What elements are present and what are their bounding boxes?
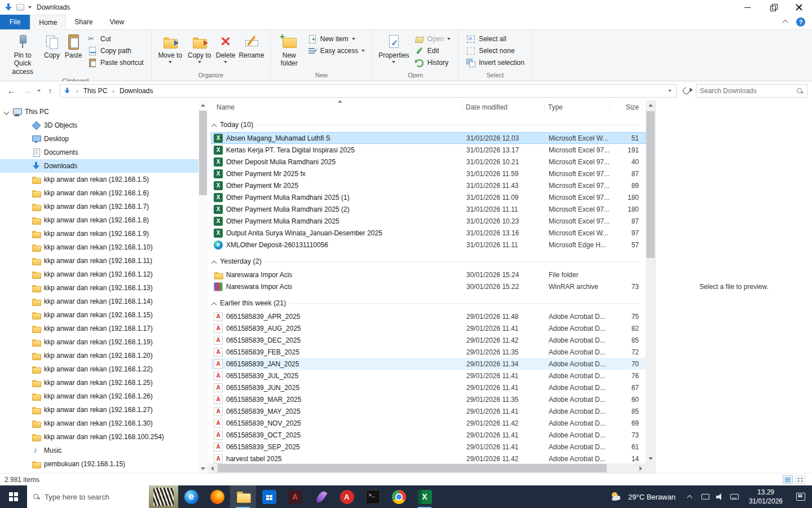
cut-button[interactable]: Cut [85, 33, 146, 45]
weather-widget[interactable]: 29°C Berawan [603, 485, 683, 508]
recent-locations-chevron[interactable] [37, 90, 41, 92]
history-button[interactable]: History [412, 56, 453, 68]
properties-button[interactable]: Properties [377, 32, 411, 64]
file-row[interactable]: 0651585839_FEB_2025 29/01/2026 11.35 Ado… [211, 346, 646, 358]
adobe-acrobat-taskbar-button[interactable] [334, 485, 360, 508]
file-row[interactable]: 0651585839_AUG_2025 29/01/2026 11.41 Ado… [211, 322, 646, 334]
tab-file[interactable]: File [0, 15, 30, 29]
file-row[interactable]: Absen Magang_Muhamad Luthfi S 31/01/2026… [211, 132, 646, 144]
group-collapse-chevron[interactable] [211, 260, 217, 266]
sidebar-item[interactable]: kkp anwar dan rekan (192.168.1.26) [0, 389, 208, 403]
scroll-down-arrow[interactable] [198, 464, 208, 473]
sidebar-item[interactable]: kkp anwar dan rekan (192.168.1.27) [0, 403, 208, 417]
sidebar-item[interactable]: kkp anwar dan rekan (192.168.1.5) [0, 173, 208, 186]
paste-button[interactable]: Paste [63, 32, 84, 60]
sidebar-item[interactable]: kkp anwar dan rekan (192.168.1.6) [0, 186, 208, 200]
delete-button[interactable]: Delete [214, 32, 237, 64]
move-to-button[interactable]: Move to [156, 32, 185, 64]
file-row[interactable]: Kertas Kerja PT. Tera Digital Inspirasi … [211, 144, 646, 156]
sidebar-item[interactable]: kkp anwar dan rekan (192.168.1.11) [0, 254, 208, 268]
file-list-horizontal-scrollbar[interactable] [208, 463, 646, 473]
file-row[interactable]: 0651585839_SEP_2025 29/01/2026 11.41 Ado… [211, 441, 646, 453]
column-header-size[interactable]: Size [610, 102, 643, 112]
paste-shortcut-button[interactable]: Paste shortcut [85, 56, 146, 68]
column-header-name[interactable]: Name [213, 102, 462, 112]
breadcrumb-downloads[interactable]: Downloads [118, 87, 154, 95]
file-row[interactable]: 0651585839_JAN_2025 29/01/2026 11.34 Ado… [211, 358, 646, 370]
breadcrumb-this-pc[interactable]: This PC [82, 87, 109, 95]
file-row[interactable]: Other Payment Mulia Ramdhani 2025 (2) 31… [211, 203, 646, 215]
file-row[interactable]: Other Payment Mr 2025 fx 31/01/2026 11.5… [211, 168, 646, 179]
file-row[interactable]: XMLOther Deposit-260131110056 31/01/2026… [211, 239, 646, 251]
scroll-right-arrow[interactable] [636, 463, 646, 473]
pin-to-quick-access-button[interactable]: Pin to Quick access [4, 32, 41, 77]
taskbar-search-input[interactable] [45, 493, 144, 501]
file-row[interactable]: Other Payment Mr 2025 31/01/2026 11.43 M… [211, 179, 646, 191]
excel-taskbar-button[interactable] [412, 485, 438, 508]
sidebar-item[interactable]: kkp anwar dan rekan (192.168.1.22) [0, 362, 208, 376]
sidebar-item[interactable]: kkp anwar dan rekan (192.168.1.9) [0, 227, 208, 240]
sidebar-item[interactable]: Desktop [0, 132, 208, 146]
file-row[interactable]: 0651585839_MAR_2025 29/01/2026 11.35 Ado… [211, 393, 646, 405]
back-button[interactable]: ← [5, 84, 18, 98]
file-row[interactable]: 0651585839_MAY_2025 29/01/2026 11.41 Ado… [211, 405, 646, 417]
adobe-app-taskbar-button[interactable] [282, 485, 308, 508]
open-button[interactable]: Open [412, 33, 453, 45]
sidebar-item[interactable]: kkp anwar dan rekan (192.168.1.14) [0, 295, 208, 308]
delete-dropdown-caret[interactable] [224, 61, 227, 63]
forward-button[interactable]: → [21, 84, 34, 98]
sidebar-item[interactable]: kkp anwar dan rekan (192.168.1.15) [0, 308, 208, 322]
copy-path-button[interactable]: Copy path [85, 45, 146, 56]
collapse-ribbon-icon[interactable] [782, 20, 788, 26]
scroll-up-arrow[interactable] [198, 100, 208, 110]
file-row[interactable]: Output Anita Surya Winata_Januari-Desemb… [211, 227, 646, 239]
file-row[interactable]: harvest tabel 2025 29/01/2026 11.42 Adob… [211, 453, 646, 463]
sidebar-item[interactable]: 3D Objects [0, 119, 208, 132]
sidebar-item[interactable]: kkp anwar dan rekan (192.168.1.25) [0, 376, 208, 389]
group-collapse-chevron[interactable] [211, 302, 217, 308]
sidebar-item[interactable]: kkp anwar dan rekan (192.168.1.17) [0, 322, 208, 335]
sidebar-item[interactable]: kkp anwar dan rekan (192.168.1.30) [0, 417, 208, 430]
file-row[interactable]: Nareswara Impor Acis 30/01/2026 15.24 Fi… [211, 269, 646, 281]
group-header[interactable]: Today (10) [211, 117, 646, 132]
large-icons-view-button[interactable] [795, 475, 805, 484]
microsoft-store-taskbar-button[interactable] [256, 485, 282, 508]
sidebar-item[interactable]: kkp anwar dan rekan (192.168.1.12) [0, 268, 208, 281]
hidden-icons-chevron[interactable] [683, 485, 698, 508]
sidebar-item[interactable]: Music [0, 444, 208, 457]
expand-chevron[interactable] [4, 109, 10, 115]
sidebar-item[interactable]: kkp anwar dan rekan (192.168.1.8) [0, 213, 208, 227]
invert-selection-button[interactable]: Invert selection [464, 56, 527, 68]
copy-to-dropdown-caret[interactable] [198, 61, 201, 63]
group-header[interactable]: Earlier this week (21) [211, 296, 646, 310]
minimize-button[interactable] [734, 0, 760, 15]
edge-taskbar-button[interactable] [178, 485, 204, 508]
file-row[interactable]: 0651585839_APR_2025 29/01/2026 11.48 Ado… [211, 310, 646, 322]
sidebar-item[interactable]: kkp anwar dan rekan (192.168.100.254) [0, 430, 208, 444]
sidebar-item[interactable]: kkp anwar dan rekan (192.168.1.20) [0, 349, 208, 362]
chrome-taskbar-button[interactable] [386, 485, 412, 508]
volume-tray-icon[interactable] [713, 485, 727, 508]
rename-button[interactable]: Rename [237, 32, 266, 60]
file-list-vertical-scrollbar[interactable] [646, 100, 655, 463]
sidebar-item[interactable]: kkp anwar dan rekan (192.168.1.7) [0, 200, 208, 213]
sidebar-item[interactable]: Downloads [0, 159, 208, 173]
sidebar-item[interactable]: kkp anwar dan rekan (192.168.1.13) [0, 281, 208, 295]
sidebar-item[interactable]: This PC [0, 105, 208, 119]
search-input[interactable] [700, 87, 796, 95]
scroll-left-arrow[interactable] [208, 463, 217, 473]
group-header[interactable]: Yesterday (2) [211, 254, 646, 269]
properties-dropdown-caret[interactable] [392, 61, 395, 63]
up-button[interactable]: ↑ [43, 84, 57, 98]
scroll-down-arrow[interactable] [646, 454, 655, 463]
refresh-button[interactable] [679, 84, 693, 98]
file-row[interactable]: Other Payment Mulia Ramdhani 2025 (1) 31… [211, 191, 646, 203]
action-center-button[interactable] [789, 485, 812, 508]
file-explorer-taskbar-button[interactable] [230, 485, 256, 508]
start-button[interactable] [0, 485, 27, 508]
command-prompt-taskbar-button[interactable] [360, 485, 386, 508]
address-dropdown-caret[interactable] [668, 90, 672, 92]
sidebar-item[interactable]: pembukuan (192.168.1.15) [0, 457, 208, 471]
select-none-button[interactable]: Select none [464, 45, 527, 56]
help-icon[interactable] [796, 17, 805, 27]
